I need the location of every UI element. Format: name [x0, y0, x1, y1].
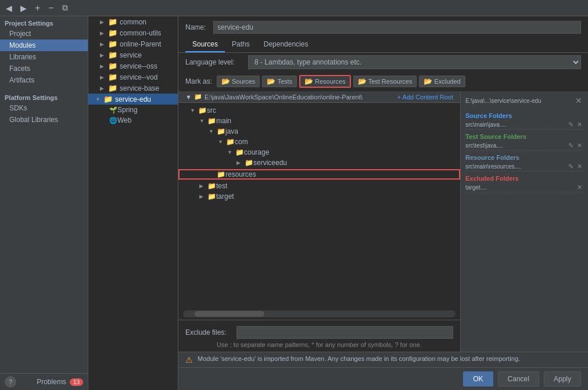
content-area: ▼ 📁 E:\java\JavaWorkSpace\OnlineEducatio…	[178, 91, 588, 352]
mark-resources-button[interactable]: 📂 Resources	[299, 75, 351, 88]
info-panel: E:\java\...\service\service-edu ✕ Source…	[460, 91, 588, 352]
back-button[interactable]: ◀	[3, 2, 15, 14]
tree-main[interactable]: ▼ 📁 main	[178, 116, 460, 126]
info-panel-path: E:\java\...\service\service-edu	[465, 98, 542, 104]
mark-tests-label: Tests	[277, 78, 292, 85]
add-button[interactable]: +	[33, 2, 42, 15]
sidebar-item-global-libraries[interactable]: Global Libraries	[0, 114, 88, 126]
language-select[interactable]: 8 - Lambdas, type annotations etc.	[248, 55, 581, 69]
excluded-folder-actions: ✕	[576, 184, 583, 191]
module-service-edu-spring[interactable]: 🌱 Spring	[88, 105, 178, 115]
add-content-root-link[interactable]: + Add Content Root	[397, 94, 453, 101]
exclude-files-input[interactable]	[236, 326, 453, 339]
module-service-edu-label: service-edu	[115, 95, 151, 103]
resource-folder-edit-button[interactable]: ✎	[567, 163, 575, 170]
test-source-folder-path: src\test\java....	[465, 142, 503, 149]
module-online-parent[interactable]: ▶ 📁 online-Parent	[88, 38, 178, 49]
sidebar-item-libraries[interactable]: Libraries	[0, 51, 88, 63]
tree-src[interactable]: ▼ 📁 src	[178, 105, 460, 116]
module-common-utils[interactable]: ▶ 📁 common-utils	[88, 27, 178, 38]
sdks-label: SDKs	[9, 104, 27, 112]
sidebar-item-project[interactable]: Project	[0, 28, 88, 40]
modules-label: Modules	[9, 41, 35, 49]
tab-paths[interactable]: Paths	[225, 37, 257, 52]
main-layout: Project Settings Project Modules Librari…	[0, 16, 588, 390]
horizontal-scrollbar[interactable]	[183, 310, 456, 317]
scrollbar-thumb	[195, 311, 264, 317]
source-folder-remove-button[interactable]: ✕	[576, 121, 583, 128]
module-service-base[interactable]: ▶ 📁 service-base	[88, 83, 178, 94]
excluded-folder-remove-button[interactable]: ✕	[576, 184, 583, 191]
problems-row: ? Problems 13	[0, 373, 88, 390]
sidebar-item-sdks[interactable]: SDKs	[0, 102, 88, 114]
module-service-vod[interactable]: ▶ 📁 service--vod	[88, 71, 178, 83]
tree-courage[interactable]: ▼ 📁 courage	[178, 147, 460, 158]
folder-icon: 📁	[108, 17, 117, 26]
resource-folder-remove-button[interactable]: ✕	[576, 163, 583, 170]
tree-com[interactable]: ▼ 📁 com	[178, 137, 460, 147]
file-tree: ▼ 📁 src ▼ 📁 main ▼ 📁	[178, 103, 460, 308]
mark-sources-button[interactable]: 📂 Sources	[217, 76, 260, 87]
tree-serviceedu[interactable]: ▶ 📁 serviceedu	[178, 158, 460, 168]
tree-resources[interactable]: 📁 resources	[178, 169, 460, 180]
ok-button[interactable]: OK	[463, 371, 493, 387]
artifacts-label: Artifacts	[9, 76, 34, 84]
tree-target[interactable]: ▶ 📁 target	[178, 191, 460, 202]
mark-resources-label: Resources	[315, 78, 346, 85]
mark-test-resources-button[interactable]: 📂 Test Resources	[353, 76, 417, 87]
problems-label: Problems	[37, 378, 66, 386]
project-label: Project	[9, 30, 31, 38]
spring-icon: 🌱	[109, 106, 117, 114]
web-icon: 🌐	[109, 117, 117, 124]
source-folder-actions: ✎ ✕	[567, 121, 583, 128]
tree-java[interactable]: ▼ 📁 java	[178, 126, 460, 137]
forward-button[interactable]: ▶	[18, 2, 29, 14]
module-service[interactable]: ▶ 📁 service	[88, 49, 178, 60]
module-service-label: service	[120, 51, 142, 59]
mark-excluded-button[interactable]: 📂 Excluded	[419, 76, 465, 87]
sidebar-item-artifacts[interactable]: Artifacts	[0, 74, 88, 86]
module-online-parent-label: online-Parent	[120, 40, 161, 48]
tree-test[interactable]: ▶ 📁 test	[178, 181, 460, 191]
courage-label: courage	[244, 148, 269, 156]
apply-button[interactable]: Apply	[544, 371, 581, 387]
scrollbar-area[interactable]	[178, 308, 460, 320]
top-bar: ◀ ▶ + − ⧉	[0, 0, 588, 16]
source-folder-edit-button[interactable]: ✎	[567, 121, 575, 128]
excluded-folder-path: target....	[465, 184, 487, 191]
remove-button[interactable]: −	[46, 2, 56, 15]
copy-button[interactable]: ⧉	[60, 2, 70, 14]
folder-icon: 📁	[108, 40, 117, 48]
test-source-folder-edit-button[interactable]: ✎	[567, 142, 575, 149]
problems-item[interactable]: Problems 13	[37, 378, 83, 386]
source-folder-item: src\main\java.... ✎ ✕	[465, 120, 583, 130]
test-folder-icon: 📁	[207, 182, 216, 190]
module-tree-panel: ▶ 📁 common ▶ 📁 common-utils ▶ 📁 online-P…	[88, 16, 178, 390]
name-input[interactable]	[213, 21, 581, 34]
tests-folder-icon: 📂	[267, 77, 275, 85]
project-settings-title: Project Settings	[0, 16, 88, 28]
spring-label: Spring	[117, 106, 138, 114]
cancel-button[interactable]: Cancel	[498, 371, 539, 387]
arrow-down-icon: ▼	[185, 94, 192, 101]
module-common[interactable]: ▶ 📁 common	[88, 16, 178, 27]
folder-icon: 📁	[103, 95, 113, 103]
facets-label: Facets	[9, 65, 30, 73]
test-resources-folder-icon: 📂	[358, 77, 367, 85]
module-service-oss[interactable]: ▶ 📁 service--oss	[88, 60, 178, 71]
src-folder-icon: 📁	[198, 106, 207, 115]
module-service-vod-label: service--vod	[120, 73, 157, 81]
module-service-edu[interactable]: ▼ 📁 service-edu	[88, 94, 178, 105]
sidebar-item-modules[interactable]: Modules	[0, 40, 88, 51]
help-button[interactable]: ?	[5, 376, 16, 388]
module-service-edu-web[interactable]: 🌐 Web	[88, 115, 178, 126]
info-panel-close-button[interactable]: ✕	[574, 96, 583, 105]
lang-row: Language level: 8 - Lambdas, type annota…	[178, 53, 588, 71]
test-source-folder-remove-button[interactable]: ✕	[576, 142, 583, 149]
sidebar-item-facets[interactable]: Facets	[0, 63, 88, 74]
tab-dependencies[interactable]: Dependencies	[257, 37, 315, 52]
resource-folders-title: Resource Folders	[465, 154, 583, 161]
mark-tests-button[interactable]: 📂 Tests	[262, 76, 297, 87]
tab-sources[interactable]: Sources	[185, 37, 225, 52]
problems-badge: 13	[70, 378, 83, 386]
